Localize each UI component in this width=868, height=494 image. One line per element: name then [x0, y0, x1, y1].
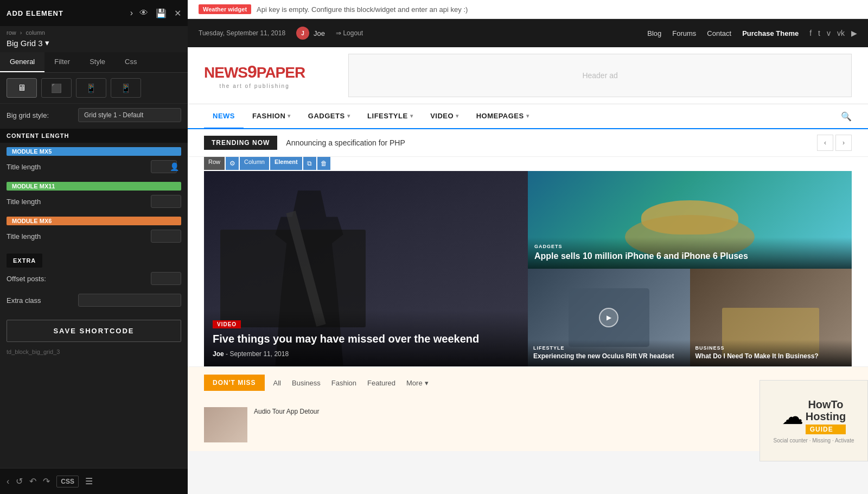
module-mx11-badge[interactable]: MODULE MX11	[7, 182, 181, 191]
top-right-category: GADGETS	[534, 244, 845, 249]
trending-next-btn[interactable]: ›	[835, 135, 852, 151]
nav-news[interactable]: NEWS	[204, 104, 244, 129]
main-author: Joe	[213, 350, 224, 358]
business-category: BUSINESS	[695, 345, 847, 351]
facebook-icon[interactable]: f	[809, 29, 812, 37]
main-nav: NEWS FASHION ▾ GADGETS ▾ LIFESTYLE ▾ VID…	[188, 104, 868, 129]
tab-css[interactable]: Css	[115, 52, 146, 72]
rce-column-tag[interactable]: Column	[240, 157, 269, 170]
panel-grid-title[interactable]: Big Grid 3 ▾	[0, 37, 188, 52]
tab-style[interactable]: Style	[80, 52, 115, 72]
rce-element-tag[interactable]: Element	[270, 157, 302, 170]
save-icon[interactable]: 💾	[156, 8, 167, 18]
nav-homepages[interactable]: HOMEPAGES ▾	[468, 104, 538, 129]
save-shortcode-button[interactable]: SAVE SHORTCODE	[7, 320, 181, 342]
rce-copy-btn[interactable]: ⧉	[303, 157, 316, 170]
undo-icon[interactable]: ↶	[29, 476, 36, 486]
device-desktop-btn[interactable]: 🖥	[7, 78, 37, 98]
social-icons: f t v vk ▶	[809, 29, 857, 37]
video-caret: ▾	[456, 113, 459, 119]
side-ad: ☁ HowTo Hosting GUIDE Social counter · M…	[760, 380, 868, 461]
vimeo-icon[interactable]: v	[827, 29, 831, 37]
tab-business[interactable]: Business	[292, 377, 321, 389]
offset-posts-input[interactable]	[151, 272, 181, 285]
mx5-title-length-input[interactable]	[151, 160, 177, 173]
tab-filter[interactable]: Filter	[44, 52, 80, 72]
youtube-icon[interactable]: ▶	[851, 29, 857, 37]
nav-logout[interactable]: ⇒ Logout	[336, 29, 363, 37]
lifestyle-caret: ▾	[410, 113, 413, 119]
extra-section-header: EXTRA	[7, 254, 42, 268]
module-mx6-badge[interactable]: MODULE MX6	[7, 217, 181, 225]
side-ad-subtext: Social counter · Missing · Activate	[774, 438, 854, 444]
grid-business-item[interactable]: BUSINESS What Do I Need To Make It In Bu…	[690, 269, 852, 366]
mx11-title-length-input[interactable]: 25	[151, 195, 181, 208]
offset-label: Offset posts:	[7, 275, 46, 283]
mx5-title-input-wrapper: 👤	[151, 160, 181, 173]
close-icon[interactable]: ✕	[174, 8, 181, 18]
panel-bottom-toolbar: ‹ ↺ ↶ ↷ CSS ☰	[0, 468, 188, 494]
mx5-title-label: Title length	[7, 163, 41, 171]
grid-main-overlay: VIDEO Five things you may have missed ov…	[204, 310, 528, 366]
nav-fashion[interactable]: FASHION ▾	[244, 104, 299, 129]
logo-paper: PAPER	[257, 64, 305, 81]
mx6-title-length-input[interactable]: 25	[151, 230, 181, 243]
rce-delete-btn[interactable]: 🗑	[317, 157, 330, 170]
purchase-theme-link[interactable]: Purchase Theme	[742, 29, 799, 37]
extra-class-input[interactable]	[78, 294, 181, 307]
eye-icon[interactable]: 👁	[139, 8, 148, 18]
tab-general[interactable]: General	[0, 52, 44, 72]
mx6-title-length-row: Title length 25	[0, 227, 188, 247]
breadcrumb-col[interactable]: column	[26, 29, 45, 36]
trending-prev-btn[interactable]: ‹	[817, 135, 833, 151]
nav-lifestyle[interactable]: LIFESTYLE ▾	[359, 104, 422, 129]
lifestyle-overlay: LIFESTYLE Experiencing the new Oculus Ri…	[528, 340, 690, 366]
site-logo: NEWS9PAPER the art of publishing	[204, 62, 305, 89]
device-tablet-v-btn[interactable]: 📱	[76, 78, 106, 98]
grid-main-item[interactable]: VIDEO Five things you may have missed ov…	[204, 171, 528, 366]
css-button[interactable]: CSS	[56, 476, 79, 487]
prev-icon[interactable]: ‹	[7, 477, 9, 486]
nav-link-contact[interactable]: Contact	[707, 29, 731, 37]
twitter-icon[interactable]: t	[818, 29, 820, 37]
grid-style-select[interactable]: Grid style 1 - Default	[78, 108, 181, 122]
redo-icon[interactable]: ↷	[43, 476, 50, 486]
business-title: What Do I Need To Make It In Business?	[695, 352, 847, 361]
add-element-label[interactable]: ADD ELEMENT	[7, 9, 124, 17]
tab-featured[interactable]: Featured	[367, 377, 395, 389]
extra-class-label: Extra class	[7, 296, 41, 305]
nav-gadgets[interactable]: GADGETS ▾	[299, 104, 359, 129]
grid-style-label: Big grid style:	[7, 111, 49, 119]
nav-logo-small: J	[296, 27, 309, 40]
tab-fashion[interactable]: Fashion	[331, 377, 356, 389]
breadcrumb-row[interactable]: row	[7, 29, 16, 36]
chevron-down-icon: ▾	[45, 38, 49, 48]
panel-tabs: General Filter Style Css	[0, 52, 188, 73]
device-mobile-btn[interactable]: 📱	[111, 78, 141, 98]
list-icon[interactable]: ☰	[85, 476, 93, 486]
nav-video[interactable]: VIDEO ▾	[422, 104, 467, 129]
grid-bottom-row: ▶ LIFESTYLE Experiencing the new Oculus …	[528, 269, 852, 366]
nav-link-blog[interactable]: Blog	[647, 29, 661, 37]
topbar-icons: 👁 💾 ✕	[139, 8, 181, 18]
site-header: NEWS9PAPER the art of publishing Header …	[188, 47, 868, 104]
grid-top-right-item[interactable]: GADGETS Apple sells 10 million iPhone 6 …	[528, 171, 852, 269]
article-text: Audio Tour App Detour	[254, 407, 320, 442]
rce-row-tag[interactable]: Row	[204, 157, 225, 170]
rce-row-icon-btn[interactable]: ⚙	[226, 157, 239, 170]
play-button[interactable]: ▶	[599, 308, 618, 327]
grid-lifestyle-item[interactable]: ▶ LIFESTYLE Experiencing the new Oculus …	[528, 269, 690, 366]
mx11-title-length-row: Title length 25	[0, 193, 188, 212]
device-tablet-h-btn[interactable]: ⬛	[41, 78, 72, 98]
vk-icon[interactable]: vk	[837, 29, 845, 37]
tab-more[interactable]: More ▾	[406, 377, 429, 389]
tab-all[interactable]: All	[273, 377, 281, 389]
dont-miss-badge: DON'T MISS	[204, 375, 265, 391]
module-mx5-badge[interactable]: MODULE MX5	[7, 147, 181, 156]
business-overlay: BUSINESS What Do I Need To Make It In Bu…	[690, 340, 852, 366]
grid-title-text: Big Grid 3	[7, 39, 43, 48]
nav-link-forums[interactable]: Forums	[672, 29, 696, 37]
search-icon[interactable]: 🔍	[841, 111, 852, 122]
refresh-icon[interactable]: ↺	[16, 476, 23, 486]
main-article-meta: Joe - September 11, 2018	[213, 350, 519, 358]
